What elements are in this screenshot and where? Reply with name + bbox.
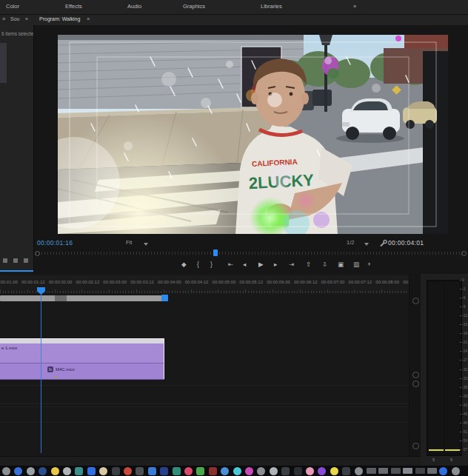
play-button[interactable]: ▶ (258, 260, 264, 269)
work-area-bar[interactable] (0, 295, 164, 301)
settings-wrench-icon[interactable] (379, 239, 387, 247)
menu-item-libraries[interactable]: Libraries (261, 3, 282, 10)
icon-view-icon[interactable] (13, 258, 18, 263)
dock-app-icon[interactable] (196, 467, 204, 475)
tab-program-monitor[interactable]: Program: Walking (39, 16, 80, 21)
dock-app-icon[interactable] (14, 467, 22, 475)
dock-window-thumb[interactable] (403, 468, 412, 474)
scrub-tick (409, 252, 410, 255)
meter-scale-tick (460, 333, 461, 334)
dock-app-icon[interactable] (209, 467, 217, 475)
export-frame-button[interactable]: ▣ (338, 260, 344, 269)
timeline-vertical-scrollbar[interactable] (409, 274, 421, 456)
zoom-level-select[interactable]: Fit (126, 239, 132, 246)
comparison-view-button[interactable]: ▥ (353, 260, 359, 269)
scrub-tick (429, 252, 430, 255)
extract-button[interactable]: ⇩ (322, 260, 327, 269)
dock-app-icon[interactable] (51, 467, 59, 475)
timeline-playhead-handle[interactable] (37, 287, 45, 295)
workspace-overflow-button[interactable]: » (353, 3, 356, 10)
menu-item-audio[interactable]: Audio (127, 3, 141, 10)
scrollbar-handle[interactable] (412, 443, 419, 449)
monitor-playhead[interactable] (213, 249, 218, 256)
clip-right-edge[interactable] (164, 338, 164, 379)
video-clip[interactable]: e 1.mov (0, 343, 164, 363)
sequence-duration-timecode: 00:00:04:01 (388, 239, 424, 247)
dock-app-icon[interactable] (39, 467, 47, 475)
dock-app-icon[interactable] (99, 467, 107, 475)
dock-window-thumb[interactable] (378, 468, 388, 474)
scrub-tick (246, 252, 247, 255)
dock-app-icon[interactable] (233, 467, 241, 475)
dock-app-icon[interactable] (294, 467, 302, 475)
dock-app-icon[interactable] (439, 467, 447, 475)
scrollbar-handle[interactable] (412, 381, 419, 387)
scrub-tick (89, 252, 90, 255)
dock-app-icon[interactable] (355, 467, 363, 475)
go-to-out-button[interactable]: ⇥ (289, 260, 294, 269)
dock-app-icon[interactable] (245, 467, 253, 475)
menu-item-effects[interactable]: Effects (65, 3, 82, 10)
scrub-tick (391, 252, 392, 255)
list-view-icon[interactable] (3, 258, 7, 263)
scrub-tick (77, 252, 78, 255)
add-marker-button[interactable]: ◆ (181, 260, 187, 269)
dock-app-icon[interactable] (452, 467, 460, 475)
dock-app-icon[interactable] (87, 467, 96, 475)
go-to-in-button[interactable]: ⇤ (228, 260, 233, 269)
dock-app-icon[interactable] (281, 467, 290, 475)
lift-button[interactable]: ⇧ (306, 260, 311, 269)
audio-clip[interactable]: fx M4C.mov (0, 363, 164, 380)
ruler-tick (112, 291, 113, 293)
dock-app-icon[interactable] (112, 467, 120, 475)
dock-app-icon[interactable] (160, 467, 168, 475)
scrub-left-handle[interactable] (35, 251, 40, 256)
ruler-tick (161, 291, 161, 293)
dock-app-icon[interactable] (136, 467, 144, 475)
ruler-tick (319, 291, 320, 293)
monitor-scrub-bar[interactable] (34, 249, 468, 258)
scrollbar-handle[interactable] (412, 372, 419, 378)
dock-app-icon[interactable] (27, 467, 35, 475)
scrub-tick (400, 252, 401, 255)
dock-app-icon[interactable] (330, 467, 338, 475)
scrub-tick (311, 252, 312, 255)
dock-app-icon[interactable] (2, 467, 10, 475)
dock-app-icon[interactable] (75, 467, 83, 475)
dock-app-icon[interactable] (257, 467, 265, 475)
dock-app-icon[interactable] (270, 467, 278, 475)
timeline-ruler[interactable]: 00:00:01:0000:00:01:1200:00:02:0000:00:0… (0, 275, 409, 293)
dock-app-icon[interactable] (184, 467, 193, 475)
ruler-tick (33, 291, 33, 293)
menu-item-color[interactable]: Color (6, 3, 19, 10)
scrub-right-handle[interactable] (461, 251, 467, 256)
menu-item-graphics[interactable]: Graphics (183, 3, 205, 10)
work-area-end-handle[interactable] (161, 295, 168, 301)
mark-in-button[interactable]: { (197, 260, 199, 269)
tab-overflow-chevrons[interactable]: » (25, 16, 28, 21)
button-editor-button[interactable]: + (367, 260, 371, 269)
freeform-view-icon[interactable] (24, 258, 28, 263)
dock-app-icon[interactable] (148, 467, 156, 475)
panel-menu-icon[interactable]: ≡ (87, 16, 90, 21)
panel-tab-icon[interactable]: ≡ (2, 16, 5, 21)
dock-app-icon[interactable] (342, 467, 350, 475)
dock-window-thumb[interactable] (367, 468, 376, 474)
dock-app-icon[interactable] (124, 467, 132, 475)
scrollbar-handle[interactable] (412, 298, 419, 304)
tab-source-monitor[interactable]: Sou (10, 16, 19, 21)
mark-out-button[interactable]: } (210, 260, 213, 269)
dock-app-icon[interactable] (221, 467, 229, 475)
step-forward-button[interactable]: ▸ (274, 260, 277, 269)
dock-app-icon[interactable] (63, 467, 71, 475)
dock-app-icon[interactable] (318, 467, 326, 475)
dock-window-thumb[interactable] (415, 468, 425, 474)
dock-window-thumb[interactable] (427, 468, 437, 474)
dock-window-thumb[interactable] (391, 468, 401, 474)
dock-app-icon[interactable] (173, 467, 181, 475)
dock-app-icon[interactable] (306, 467, 314, 475)
step-back-button[interactable]: ◂ (243, 260, 246, 269)
playback-resolution-select[interactable]: 1/2 (347, 239, 354, 246)
keyframe-dot[interactable] (55, 376, 57, 378)
playhead-timecode[interactable]: 00:00:01:16 (37, 239, 73, 247)
